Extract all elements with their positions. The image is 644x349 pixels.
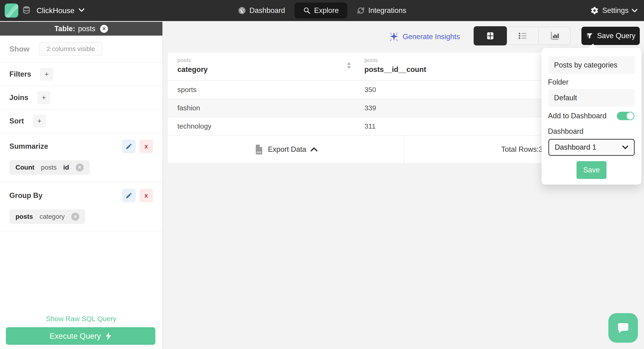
remove-group-by-button[interactable]: x — [140, 189, 153, 202]
app-window: ClickHouse Dashboard Explore Integration… — [0, 0, 644, 349]
primary-nav-tabs: Dashboard Explore Integrations — [238, 0, 406, 21]
group-by-chip: posts category ✕ — [9, 209, 85, 224]
dashboard-label: Dashboard — [548, 127, 584, 136]
save-query-popover: Folder Add to Dashboard Dashboard Dashbo… — [542, 48, 642, 185]
column-header-category: posts category — [178, 57, 208, 74]
list-view-icon — [518, 31, 528, 40]
sync-icon — [356, 6, 365, 15]
tab-integrations[interactable]: Integrations — [356, 6, 406, 15]
builder-panel-edge — [0, 231, 162, 233]
settings-menu[interactable]: Settings — [590, 0, 638, 21]
chevron-down-icon — [632, 9, 638, 12]
joins-label: Joins — [9, 93, 28, 102]
remove-chip-icon[interactable]: ✕ — [71, 213, 79, 221]
edit-summarize-button[interactable] — [122, 140, 136, 153]
bar-chart-icon — [550, 31, 560, 40]
summarize-chip: Count posts id ✕ — [9, 160, 90, 175]
tab-explore[interactable]: Explore — [294, 2, 347, 18]
chevron-down-icon — [79, 8, 84, 13]
table-view-icon — [486, 31, 495, 40]
view-list-button[interactable] — [507, 27, 538, 44]
group-by-label: Group By — [9, 191, 42, 200]
generate-insights-link[interactable]: Generate Insights — [389, 32, 460, 42]
add-sort-button[interactable]: + — [33, 114, 46, 128]
summarize-section: Summarize x Count posts id ✕ — [0, 133, 162, 182]
columns-visible-chip[interactable]: 2 columns visible — [39, 42, 102, 56]
column-header-count: posts posts__id__count — [364, 57, 426, 74]
chat-launcher-button[interactable] — [608, 313, 638, 343]
query-name-input[interactable] — [548, 56, 635, 74]
search-icon — [303, 6, 311, 14]
app-logo — [5, 3, 18, 17]
filters-section: Filters + — [0, 63, 162, 86]
folder-input[interactable] — [548, 89, 635, 107]
lightning-icon — [106, 332, 112, 340]
selected-table-bar: Table: posts ✕ — [0, 22, 162, 36]
gauge-icon — [238, 6, 246, 15]
view-toggle — [474, 27, 571, 45]
sort-label: Sort — [9, 117, 24, 125]
svg-text:csv: csv — [256, 150, 261, 154]
export-data-button[interactable]: csv Export Data — [168, 136, 404, 163]
chip-column: id — [63, 164, 69, 171]
add-to-dashboard-row: Add to Dashboard — [548, 112, 634, 120]
query-builder-sidebar: Table: posts ✕ Show 2 columns visible Fi… — [0, 21, 163, 349]
aggregation-name: Count — [16, 164, 34, 171]
sort-toggle-icon[interactable] — [347, 62, 351, 69]
add-to-dashboard-label: Add to Dashboard — [548, 112, 606, 120]
folder-label: Folder — [548, 78, 568, 86]
chip-table: posts — [16, 213, 33, 220]
sort-section: Sort + — [0, 110, 162, 133]
connection-switcher[interactable]: ClickHouse — [5, 0, 84, 21]
funnel-icon — [586, 32, 594, 39]
view-chart-button[interactable] — [538, 27, 570, 44]
top-navigation-bar: ClickHouse Dashboard Explore Integration… — [0, 0, 644, 21]
dashboard-select[interactable]: Dashboard 1 — [548, 139, 635, 156]
show-raw-sql-link[interactable]: Show Raw SQL Query — [0, 315, 162, 323]
show-label: Show — [9, 45, 29, 53]
filters-label: Filters — [9, 70, 31, 78]
chevron-down-icon — [622, 145, 628, 149]
remove-chip-icon[interactable]: ✕ — [76, 163, 84, 171]
add-to-dashboard-toggle[interactable] — [617, 112, 634, 120]
chip-table: posts — [41, 164, 57, 171]
pencil-icon — [126, 143, 132, 150]
execute-query-button[interactable]: Execute Query — [6, 327, 156, 345]
joins-section: Joins + — [0, 86, 162, 110]
add-join-button[interactable]: + — [37, 91, 50, 104]
csv-file-icon: csv — [254, 144, 264, 155]
summarize-label: Summarize — [9, 142, 48, 151]
sparkle-icon — [389, 32, 399, 42]
show-section: Show 2 columns visible — [0, 36, 162, 63]
table-name: posts — [78, 24, 96, 33]
remove-table-button[interactable]: ✕ — [100, 25, 108, 33]
edit-group-by-button[interactable] — [122, 189, 136, 202]
tab-dashboard[interactable]: Dashboard — [238, 6, 285, 15]
view-table-button[interactable] — [474, 26, 507, 45]
chat-bubble-icon — [616, 320, 631, 336]
remove-summarize-button[interactable]: x — [140, 140, 153, 153]
chevron-up-icon — [310, 147, 318, 152]
table-label: Table: — [54, 24, 75, 33]
chip-column: category — [40, 213, 65, 220]
group-by-section: Group By x posts category ✕ — [0, 182, 162, 231]
save-button[interactable]: Save — [576, 161, 606, 179]
pencil-icon — [126, 192, 132, 199]
add-filter-button[interactable]: + — [40, 68, 53, 81]
toggle-knob — [627, 112, 634, 119]
save-query-button[interactable]: Save Query — [582, 27, 640, 45]
connection-name: ClickHouse — [36, 6, 74, 15]
gear-icon — [590, 6, 599, 15]
database-icon — [22, 6, 30, 15]
results-area: Generate Insights Save Query posts categ… — [163, 21, 644, 349]
